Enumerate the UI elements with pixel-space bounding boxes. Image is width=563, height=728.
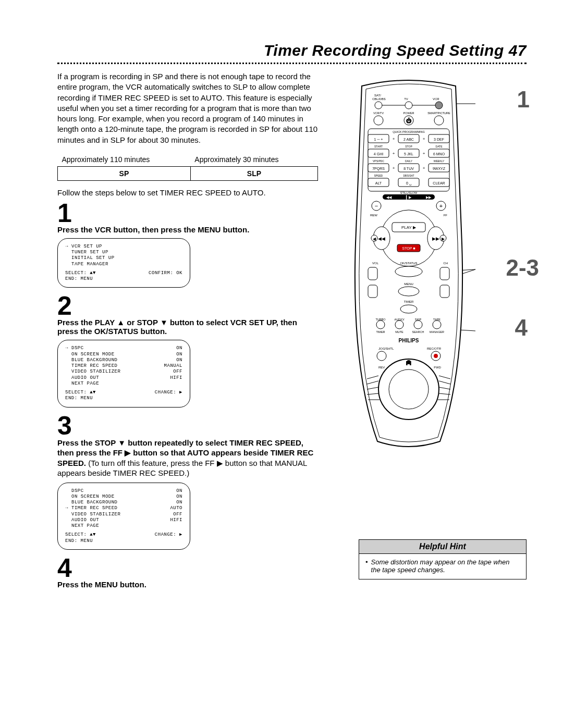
svg-text:5 JKL: 5 JKL (404, 152, 413, 156)
svg-text:−: − (375, 203, 378, 209)
svg-text:MUTE: MUTE (395, 330, 403, 334)
callout-1: 1 (517, 88, 530, 111)
svg-text:QUICK PROGRAMMING: QUICK PROGRAMMING (393, 130, 425, 133)
svg-text:TIMER: TIMER (404, 300, 414, 303)
svg-text:SMARTPICTURE: SMARTPICTURE (427, 112, 450, 115)
svg-text:◀◀: ◀◀ (386, 195, 392, 199)
svg-text:9WXYZ: 9WXYZ (433, 167, 446, 170)
page-number: 47 (509, 42, 527, 59)
title-text: Timer Recording Speed Setting (264, 42, 504, 59)
svg-text:REV: REV (378, 366, 385, 369)
svg-point-95 (395, 266, 422, 277)
svg-text:CH: CH (443, 262, 448, 265)
svg-point-97 (398, 287, 419, 296)
speed-header-sp: Approximately 110 minutes (58, 153, 191, 167)
svg-text:ALT: ALT (375, 181, 382, 185)
svg-text:⏻: ⏻ (406, 118, 411, 124)
svg-text:+: + (393, 166, 395, 170)
follow-text: Follow the steps below to set TIMER REC … (57, 188, 318, 197)
svg-text:6 MNO: 6 MNO (433, 152, 445, 156)
svg-text:PHILIPS: PHILIPS (399, 338, 419, 343)
svg-text:▎▶: ▎▶ (406, 195, 412, 200)
svg-point-99 (400, 305, 417, 313)
hint-text: Some distortion may appear on the tape w… (371, 558, 520, 574)
svg-point-16 (374, 116, 383, 125)
svg-text:SPEED: SPEED (374, 174, 383, 177)
svg-point-115 (377, 351, 386, 361)
svg-point-101 (376, 320, 385, 329)
svg-text:4 GHI: 4 GHI (374, 152, 383, 156)
svg-text:▶: ▶ (442, 237, 445, 241)
svg-text:TIMER: TIMER (376, 330, 385, 334)
callout-2-3: 2-3 (506, 256, 539, 279)
hint-bullet: • (365, 558, 368, 574)
svg-text:▲: ▲ (371, 272, 375, 277)
svg-text:CLEAR: CLEAR (433, 181, 445, 185)
svg-text:DBS/SAT: DBS/SAT (403, 174, 414, 177)
page-title: Timer Recording Speed Setting 47 (57, 42, 527, 59)
hint-title: Helpful Hint (359, 540, 526, 554)
svg-text:REW: REW (370, 214, 377, 217)
svg-text:SAT/: SAT/ (374, 94, 381, 97)
svg-text:START: START (374, 145, 383, 148)
svg-text:STILL/SLOW: STILL/SLOW (400, 191, 418, 194)
speed-cell-slp: SLP (190, 166, 317, 180)
svg-text:TV: TV (404, 97, 408, 101)
svg-point-18 (434, 116, 444, 125)
svg-text:+: + (423, 151, 425, 156)
svg-text:FWD: FWD (434, 366, 441, 369)
step-4-bold: Press the MENU button. (57, 580, 318, 589)
svg-text:+: + (393, 137, 395, 141)
svg-text:VCR/TV: VCR/TV (373, 112, 384, 115)
svg-text:+: + (423, 166, 425, 170)
svg-text:2 ABC: 2 ABC (403, 138, 414, 141)
svg-text:❚❚: ❚❚ (405, 361, 412, 365)
svg-text:POWER: POWER (403, 112, 414, 115)
svg-text:MANAGER: MANAGER (430, 330, 444, 334)
step-1-number: 1 (57, 200, 318, 226)
step-3-number: 3 (57, 413, 318, 439)
step-2-bold: Press the PLAY ▲ or STOP ▼ button to sel… (57, 318, 318, 336)
svg-text:PLAY ▶: PLAY ▶ (401, 225, 417, 230)
svg-text:VCR: VCR (433, 97, 439, 101)
step-1-bold: Press the VCR button, then press the MEN… (57, 225, 318, 234)
speed-cell-sp: SP (58, 166, 191, 180)
svg-point-8 (375, 102, 382, 109)
intro-paragraph: If a program is recording in SP and ther… (57, 71, 318, 145)
svg-text:+: + (423, 137, 425, 141)
svg-text:DATE: DATE (436, 145, 443, 148)
svg-text:▲: ▲ (443, 272, 447, 277)
svg-text:▼: ▼ (371, 289, 375, 294)
svg-text:STOP: STOP (405, 145, 412, 148)
step-3-tail: (To turn off this feature, press the FF … (57, 459, 307, 478)
svg-point-104 (395, 320, 403, 329)
svg-text:SEARCH: SEARCH (412, 330, 424, 334)
title-divider (57, 63, 527, 64)
svg-text:OK/STATUS: OK/STATUS (400, 262, 417, 265)
svg-text:▶▶: ▶▶ (432, 236, 439, 241)
svg-text:+: + (439, 203, 443, 209)
svg-text:WEEKLY: WEEKLY (434, 159, 445, 163)
svg-text:CBL/DBS: CBL/DBS (372, 97, 386, 101)
svg-text:7PQRS: 7PQRS (372, 167, 385, 171)
svg-text:VPS/PDC: VPS/PDC (373, 159, 384, 163)
svg-text:VOL: VOL (372, 262, 379, 265)
step-2-osd: →DSPCON ON SCREEN MODEON BLUE BACKGROUND… (57, 340, 190, 407)
step-4-number: 4 (57, 555, 318, 581)
svg-point-9 (405, 102, 412, 109)
speed-table: Approximately 110 minutes Approximately … (57, 153, 318, 181)
svg-text:▶▶: ▶▶ (426, 195, 432, 199)
svg-text:0 ␣: 0 ␣ (406, 181, 411, 186)
svg-text:◀: ◀ (373, 237, 376, 241)
svg-text:JOG/SHTL: JOG/SHTL (378, 347, 394, 350)
step-1-osd: →VCR SET UP TUNER SET UP INITIAL SET UP … (57, 238, 190, 288)
step-2-number: 2 (57, 293, 318, 319)
svg-text:FF: FF (444, 214, 448, 217)
svg-text:8 TUV: 8 TUV (403, 167, 414, 170)
svg-text:1 ─ +: 1 ─ + (374, 138, 383, 141)
svg-text:▼: ▼ (443, 289, 447, 294)
svg-point-117 (434, 354, 438, 358)
step-3-body: Press the STOP ▼ button repeatedly to se… (57, 438, 318, 478)
svg-text:3 DEF: 3 DEF (434, 138, 444, 141)
step-3-osd: DSPCON ON SCREEN MODEON BLUE BACKGROUNDO… (57, 483, 190, 550)
